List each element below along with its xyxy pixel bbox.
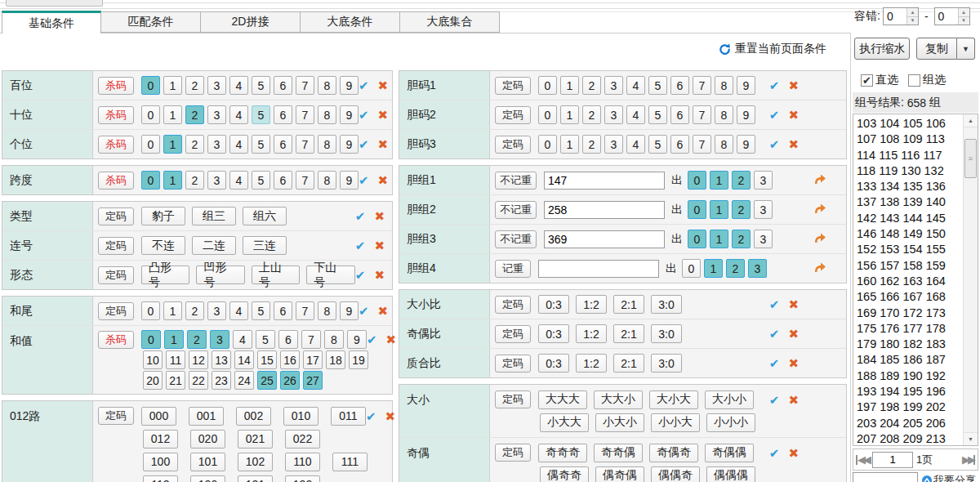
option-2[interactable]: 2 <box>185 105 204 124</box>
option-3[interactable]: 3 <box>207 171 226 190</box>
option-8[interactable]: 8 <box>324 330 344 349</box>
option-8[interactable]: 8 <box>318 171 336 190</box>
option-7[interactable]: 7 <box>693 76 711 95</box>
sum-tail-mode-button[interactable]: 定码 <box>98 302 134 320</box>
copy-dropdown-button[interactable]: ▼ <box>957 38 975 60</box>
option-000[interactable]: 000 <box>141 407 176 426</box>
apply-arrow-icon[interactable] <box>813 232 826 247</box>
option-18[interactable]: 18 <box>326 350 345 369</box>
option-4[interactable]: 4 <box>229 76 248 95</box>
option-6[interactable]: 6 <box>274 105 292 124</box>
option-2[interactable]: 2 <box>185 135 204 154</box>
option-19[interactable]: 19 <box>349 350 368 369</box>
option-二连[interactable]: 二连 <box>192 236 236 255</box>
tolerance-from-spinner[interactable]: 0 ▲▼ <box>883 7 919 25</box>
option-0[interactable]: 0 <box>538 105 557 124</box>
option-101[interactable]: 101 <box>190 453 225 471</box>
collapsed-panel-stub[interactable] <box>6 0 103 7</box>
option-1[interactable]: 1 <box>710 200 728 219</box>
road-012-mode-button[interactable]: 定码 <box>98 407 134 425</box>
option-5[interactable]: 5 <box>252 301 270 320</box>
option-6[interactable]: 6 <box>670 105 689 124</box>
tens-mode-button[interactable]: 杀码 <box>98 106 134 124</box>
option-下山号[interactable]: 下山号 <box>306 266 354 284</box>
code-input[interactable] <box>853 472 918 482</box>
option-4[interactable]: 4 <box>229 301 248 320</box>
option-大小小[interactable]: 大小小 <box>705 391 754 409</box>
option-23[interactable]: 23 <box>212 371 231 390</box>
first-page-button[interactable]: ◀◀ <box>856 453 869 466</box>
option-022[interactable]: 022 <box>285 430 320 449</box>
option-9[interactable]: 9 <box>340 301 359 320</box>
option-0:3[interactable]: 0:3 <box>538 295 569 314</box>
option-奇偶偶[interactable]: 奇偶偶 <box>705 444 754 462</box>
confirm-icon[interactable]: ✔ <box>367 333 377 346</box>
option-奇偶奇[interactable]: 奇偶奇 <box>649 444 698 462</box>
option-2[interactable]: 2 <box>185 76 204 95</box>
option-3[interactable]: 3 <box>748 259 767 278</box>
confirm-icon[interactable]: ✔ <box>355 239 366 252</box>
option-3:0[interactable]: 3:0 <box>651 324 682 343</box>
option-020[interactable]: 020 <box>190 430 225 449</box>
option-大小大[interactable]: 大小大 <box>649 391 698 409</box>
option-1[interactable]: 1 <box>560 105 579 124</box>
option-010[interactable]: 010 <box>283 407 318 426</box>
option-3[interactable]: 3 <box>754 230 773 248</box>
option-3[interactable]: 3 <box>210 330 229 349</box>
confirm-icon[interactable]: ✔ <box>769 109 780 121</box>
option-1[interactable]: 1 <box>164 330 184 349</box>
option-5[interactable]: 5 <box>252 135 270 154</box>
clear-icon[interactable]: ✖ <box>378 305 389 317</box>
option-22[interactable]: 22 <box>189 371 208 390</box>
option-8[interactable]: 8 <box>318 135 336 154</box>
option-0[interactable]: 0 <box>141 330 161 349</box>
apply-arrow-icon[interactable] <box>813 261 826 276</box>
clear-icon[interactable]: ✖ <box>788 138 799 150</box>
hundreds-mode-button[interactable]: 杀码 <box>98 77 134 95</box>
tolerance-to-value[interactable]: 0 <box>935 8 958 25</box>
option-20[interactable]: 20 <box>143 371 163 390</box>
option-凹形号[interactable]: 凹形号 <box>196 266 244 284</box>
option-8[interactable]: 8 <box>715 76 733 95</box>
confirm-icon[interactable]: ✔ <box>359 109 369 121</box>
confirm-icon[interactable]: ✔ <box>355 269 366 281</box>
option-1[interactable]: 1 <box>163 105 182 124</box>
danma-1-mode-button[interactable]: 定码 <box>495 77 531 95</box>
clear-icon[interactable]: ✖ <box>386 333 397 346</box>
clear-icon[interactable]: ✖ <box>378 109 389 121</box>
prime-composite-ratio-mode-button[interactable]: 定码 <box>495 355 531 373</box>
option-7[interactable]: 7 <box>296 105 314 124</box>
option-1[interactable]: 1 <box>163 171 182 190</box>
option-5[interactable]: 5 <box>252 171 270 190</box>
option-9[interactable]: 9 <box>340 171 359 190</box>
option-1[interactable]: 1 <box>704 259 723 278</box>
option-6[interactable]: 6 <box>278 330 298 349</box>
option-2[interactable]: 2 <box>582 135 601 154</box>
option-9[interactable]: 9 <box>340 105 359 124</box>
option-0[interactable]: 0 <box>141 76 160 95</box>
option-112[interactable]: 112 <box>143 475 178 482</box>
option-9[interactable]: 9 <box>340 135 359 154</box>
option-012[interactable]: 012 <box>143 430 178 449</box>
clear-icon[interactable]: ✖ <box>378 138 389 150</box>
tolerance-from-value[interactable]: 0 <box>884 8 906 25</box>
spin-down-icon[interactable]: ▼ <box>959 17 969 25</box>
option-6[interactable]: 6 <box>274 135 292 154</box>
option-7[interactable]: 7 <box>693 135 711 154</box>
confirm-icon[interactable]: ✔ <box>769 394 780 406</box>
option-0:3[interactable]: 0:3 <box>538 324 569 343</box>
option-0[interactable]: 0 <box>538 135 557 154</box>
clear-icon[interactable]: ✖ <box>374 239 385 252</box>
option-1[interactable]: 1 <box>710 230 728 248</box>
option-7[interactable]: 7 <box>296 135 314 154</box>
option-3[interactable]: 3 <box>207 105 226 124</box>
option-7[interactable]: 7 <box>296 301 314 320</box>
option-14[interactable]: 14 <box>234 350 254 369</box>
option-3[interactable]: 3 <box>207 76 226 95</box>
option-3[interactable]: 3 <box>207 301 226 320</box>
danzu-1-mode-button[interactable]: 不记重 <box>495 172 537 190</box>
option-3[interactable]: 3 <box>604 76 623 95</box>
option-偶偶偶[interactable]: 偶偶偶 <box>706 466 755 482</box>
option-0[interactable]: 0 <box>682 259 701 278</box>
option-12[interactable]: 12 <box>189 350 208 369</box>
